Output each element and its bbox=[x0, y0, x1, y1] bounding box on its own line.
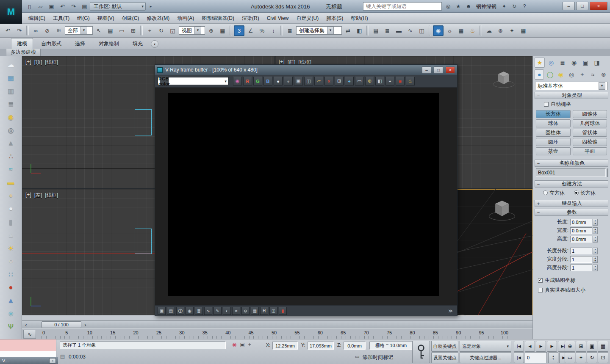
z-coordinate-field[interactable]: 0.0mm bbox=[344, 342, 366, 350]
menu-create[interactable]: 创建(C) bbox=[118, 13, 143, 24]
percent-snap-icon[interactable]: % bbox=[257, 25, 267, 36]
vfb-white-balance-icon[interactable]: ◐ bbox=[223, 307, 231, 315]
vfb-save-image-button[interactable]: ▣ bbox=[294, 77, 303, 85]
grass-tool-icon[interactable]: Ψ bbox=[5, 320, 17, 333]
geometry-category-button[interactable]: ● bbox=[535, 69, 544, 80]
minimized-window-close-icon[interactable]: × bbox=[49, 358, 56, 364]
height-spinner[interactable] bbox=[593, 236, 598, 243]
geosphere-button[interactable]: 几何球体 bbox=[573, 119, 607, 127]
open-file-icon[interactable]: ▱ bbox=[36, 2, 45, 11]
vfb-compare-vertical-button[interactable]: ◓ bbox=[385, 77, 394, 85]
schematic-view-icon[interactable]: ◫ bbox=[416, 25, 427, 36]
select-by-name-icon[interactable]: ▤ bbox=[105, 25, 116, 36]
vfb-lut-icon[interactable]: ▦ bbox=[251, 307, 259, 315]
time-slider-handle[interactable]: 0 / 100 bbox=[42, 321, 81, 328]
tube-button[interactable]: 管状体 bbox=[573, 129, 607, 137]
width-segs-spinner[interactable] bbox=[593, 256, 598, 263]
vfb-srgb-icon[interactable]: ⊙ bbox=[241, 307, 250, 315]
ribbon-tab-object-paint[interactable]: 对象绘制 bbox=[93, 39, 125, 49]
render-production-icon[interactable]: ♨ bbox=[467, 25, 478, 36]
vfb-channel-dropdown[interactable]: RGB color bbox=[158, 77, 229, 85]
menu-graph-editors[interactable]: 图形编辑器(D) bbox=[198, 13, 238, 24]
menu-customize[interactable]: 自定义(U) bbox=[292, 13, 322, 24]
utilities-tab[interactable]: ◨ bbox=[592, 58, 602, 68]
user-icon[interactable]: ☻ bbox=[464, 2, 473, 11]
asset-tracking-icon[interactable]: ⊛ bbox=[495, 25, 506, 36]
viewport-menu-icon[interactable]: [+] bbox=[25, 192, 31, 199]
vfb-color-wheel-icon[interactable]: ◉ bbox=[233, 77, 242, 85]
select-and-link-icon[interactable]: ∞ bbox=[30, 25, 41, 36]
render-setup-icon[interactable]: ☼ bbox=[444, 25, 455, 36]
vfb-layers-icon[interactable]: ▤ bbox=[167, 307, 175, 315]
x-coordinate-field[interactable]: 12.25mm bbox=[272, 342, 298, 350]
viewport-menu-icon[interactable]: [+] bbox=[25, 59, 31, 66]
vfb-alpha-channel-button[interactable]: ● bbox=[274, 77, 283, 85]
set-key-big-button[interactable] bbox=[412, 341, 430, 363]
length-segs-field[interactable] bbox=[570, 248, 592, 254]
vfb-restore-button[interactable]: □ bbox=[434, 66, 443, 74]
user-name[interactable]: 钢神绿钢 bbox=[476, 3, 496, 10]
zoom-button[interactable]: ⊕ bbox=[565, 341, 575, 352]
spinner-snap-icon[interactable]: ↕ bbox=[268, 25, 279, 36]
zoom-region-button[interactable]: ▭ bbox=[565, 352, 575, 363]
edit-named-selections-icon[interactable]: ≣ bbox=[285, 25, 295, 36]
cone-tool-icon[interactable]: ▲ bbox=[5, 229, 17, 241]
vfb-follow-mouse-button[interactable]: ⊕ bbox=[365, 77, 374, 85]
object-type-rollout-header[interactable]: − 对象类型 bbox=[535, 92, 608, 99]
orbit-button[interactable]: ↻ bbox=[587, 352, 597, 363]
curve-editor-icon[interactable]: ∿ bbox=[405, 25, 416, 36]
length-segs-spinner[interactable] bbox=[593, 248, 598, 254]
rollout-collapse-icon[interactable]: − bbox=[535, 210, 542, 215]
undo-icon[interactable]: ↶ bbox=[3, 25, 13, 36]
particles-tool-icon[interactable]: ∷ bbox=[5, 268, 17, 281]
frame-spinner[interactable] bbox=[548, 352, 558, 363]
listener-log-icon[interactable]: ▤ bbox=[60, 353, 65, 359]
material-editor-icon[interactable]: ◉ bbox=[433, 25, 444, 36]
transform-coords-icon[interactable]: + bbox=[248, 342, 251, 347]
menu-views[interactable]: 视图(V) bbox=[94, 13, 118, 24]
menu-modifiers[interactable]: 修改器(M) bbox=[143, 13, 173, 24]
vfb-curves-icon[interactable]: ∿ bbox=[204, 307, 212, 315]
rollout-collapse-icon[interactable]: − bbox=[535, 93, 542, 98]
view-cube[interactable] bbox=[488, 199, 516, 221]
maxscript-listener-pink[interactable] bbox=[0, 339, 56, 351]
object-name-field[interactable] bbox=[536, 168, 606, 177]
egg-tool-icon[interactable]: ○ bbox=[5, 255, 17, 267]
vfb-mono-button[interactable]: ● bbox=[284, 77, 293, 85]
height-field[interactable] bbox=[570, 236, 592, 243]
redo-icon[interactable]: ↷ bbox=[14, 25, 25, 36]
add-time-tag[interactable]: 添加时间标记 bbox=[363, 354, 393, 361]
vfb-close-button[interactable]: × bbox=[446, 66, 455, 74]
snaps-toggle-button[interactable]: 3 bbox=[234, 25, 244, 36]
helpers-category-button[interactable]: + bbox=[577, 69, 587, 80]
set-keys-button[interactable]: 设置关键点 bbox=[431, 352, 458, 363]
vfb-save-channels-icon[interactable]: ▣ bbox=[158, 307, 166, 315]
selection-lock-icon[interactable]: ▣ bbox=[240, 342, 244, 347]
viewport-shading-label[interactable]: [线框] bbox=[45, 59, 58, 66]
play-button[interactable]: ▶ bbox=[536, 341, 546, 352]
selected-box-wireframe[interactable] bbox=[135, 109, 152, 135]
vfb-track-mouse-button[interactable]: + bbox=[345, 77, 354, 85]
restore-button[interactable]: □ bbox=[576, 2, 588, 10]
search-input[interactable] bbox=[363, 2, 442, 11]
angle-snap-icon[interactable]: ∠ bbox=[245, 25, 256, 36]
exchange-apps-icon[interactable]: ✦ bbox=[500, 2, 508, 11]
vfb-red-channel-button[interactable]: R bbox=[243, 77, 252, 85]
panel-tool-icon[interactable]: ▬ bbox=[5, 176, 17, 189]
shapes-category-button[interactable]: ◯ bbox=[545, 69, 555, 80]
search-go-icon[interactable]: ◎ bbox=[444, 2, 452, 11]
primitive-category-dropdown[interactable]: 标准基本体 bbox=[535, 82, 608, 90]
vfb-clear-image-button[interactable]: × bbox=[324, 77, 333, 85]
minimized-vfb-taskbar-item[interactable]: V... × bbox=[0, 357, 58, 364]
select-and-scale-icon[interactable]: ◱ bbox=[167, 25, 178, 36]
vfb-info-icon[interactable]: ⓘ bbox=[176, 307, 184, 315]
cloud-tool-icon[interactable]: ☁ bbox=[5, 58, 17, 71]
pyramid-button[interactable]: 四棱锥 bbox=[573, 138, 607, 146]
selected-objects-dropdown[interactable]: 选定对象 bbox=[460, 341, 511, 352]
plane-button[interactable]: 平面 bbox=[573, 147, 607, 155]
vfb-save-multi-button[interactable]: ◫ bbox=[304, 77, 313, 85]
maximize-viewport-button[interactable]: ⊡ bbox=[598, 352, 608, 363]
extra-tools-icon[interactable]: ▦ bbox=[518, 25, 529, 36]
vfb-levels-icon[interactable]: ≣ bbox=[195, 307, 203, 315]
lamp-tool-icon[interactable]: ◉ bbox=[5, 110, 17, 123]
